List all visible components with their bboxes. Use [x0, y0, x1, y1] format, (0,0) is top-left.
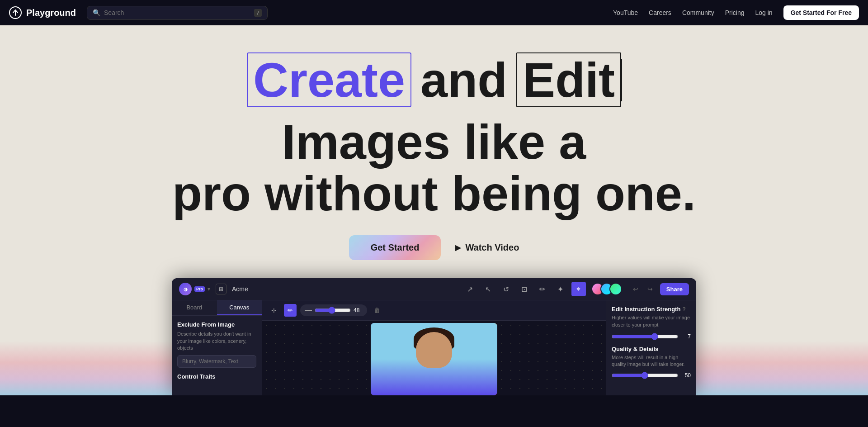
- nav-link-community[interactable]: Community: [682, 9, 714, 16]
- brush-icon-btn[interactable]: ⌖: [571, 282, 586, 296]
- canvas-image: [371, 323, 497, 395]
- collaborator-avatars: [591, 283, 622, 295]
- hero-buttons: Get Started ▶ Watch Video: [349, 235, 519, 260]
- toolbar-icons: ↗ ↖ ↺ ⊡ ✏ ✦ ⌖: [463, 282, 586, 296]
- logo-link[interactable]: Playground: [9, 6, 76, 19]
- share-button[interactable]: Share: [660, 283, 689, 295]
- panel-tabs: Board Canvas: [172, 300, 262, 316]
- nav-link-youtube[interactable]: YouTube: [613, 9, 638, 16]
- quality-slider[interactable]: [612, 372, 678, 379]
- exclude-from-image-section: Exclude From Image Describe details you …: [172, 316, 262, 373]
- strength-slider[interactable]: [612, 333, 678, 340]
- delete-icon[interactable]: 🗑: [371, 304, 383, 317]
- play-icon: ▶: [455, 243, 461, 252]
- cursor-icon-btn[interactable]: ↖: [481, 282, 495, 296]
- brush-tool-icon[interactable]: ✏: [284, 304, 297, 317]
- quality-slider-row: 50: [612, 372, 691, 379]
- app-mockup: ◑ Pro ▾ ⊞ Acme ↗ ↖ ↺ ⊡ ✏ ✦ ⌖ ↩ ↪: [172, 278, 696, 395]
- brush-size-value: 48: [354, 307, 363, 313]
- get-started-button[interactable]: Get Started: [349, 235, 441, 260]
- mockup-logo-icon: ◑: [179, 283, 192, 295]
- right-panel: Edit Instruction Strength ? Higher value…: [606, 300, 696, 395]
- pen-icon-btn[interactable]: ✏: [535, 282, 550, 296]
- quality-details-title: Quality & Details: [612, 346, 691, 352]
- search-input[interactable]: [104, 9, 250, 16]
- canvas-toolbar: ⊹ ✏ — 48 🗑: [262, 300, 606, 321]
- search-bar[interactable]: 🔍 /: [87, 6, 268, 20]
- get-started-for-free-button[interactable]: Get Started For Free: [783, 5, 859, 20]
- tab-canvas[interactable]: Canvas: [217, 300, 262, 315]
- navbar: Playground 🔍 / YouTube Careers Community…: [0, 0, 868, 25]
- control-traits-section: Control Traits: [172, 373, 262, 384]
- person-silhouette: [371, 323, 497, 395]
- info-icon: ?: [682, 306, 685, 313]
- hero-edit-word: Edit: [516, 52, 621, 107]
- mockup-toolbar: ◑ Pro ▾ ⊞ Acme ↗ ↖ ↺ ⊡ ✏ ✦ ⌖ ↩ ↪: [172, 278, 696, 300]
- hero-line-1: Create and Edit Images like a: [163, 52, 705, 168]
- nav-link-pricing[interactable]: Pricing: [725, 9, 745, 16]
- logo-icon: [9, 6, 22, 19]
- nav-link-careers[interactable]: Careers: [649, 9, 671, 16]
- watch-video-button[interactable]: ▶ Watch Video: [455, 242, 519, 253]
- hero-and-word: and: [420, 54, 507, 105]
- avatar-3: [609, 283, 622, 295]
- left-panel: Board Canvas Exclude From Image Describe…: [172, 300, 262, 395]
- strength-desc: Higher values will make your image close…: [612, 314, 691, 328]
- hero-section: Create and Edit Images like a pro withou…: [0, 25, 868, 395]
- strength-value: 7: [682, 333, 691, 340]
- quality-details-desc: More steps will result in a high quality…: [612, 354, 691, 368]
- exclude-section-desc: Describe details you don't want in your …: [177, 331, 256, 351]
- crop-icon-btn[interactable]: ⊡: [517, 282, 532, 296]
- search-icon: 🔍: [93, 9, 100, 16]
- login-link[interactable]: Log in: [755, 9, 772, 16]
- hero-headline: Create and Edit Images like a pro withou…: [163, 52, 705, 219]
- logo-text: Playground: [26, 8, 76, 18]
- strength-title-text: Edit Instruction Strength: [612, 306, 680, 313]
- watch-video-label: Watch Video: [465, 242, 519, 253]
- brush-size-control: — 48: [300, 304, 367, 316]
- pro-badge: Pro: [194, 286, 205, 292]
- search-slash-badge: /: [254, 9, 262, 17]
- tab-board[interactable]: Board: [172, 300, 217, 315]
- person-head: [416, 332, 452, 368]
- exclude-section-title: Exclude From Image: [177, 321, 256, 328]
- control-traits-title: Control Traits: [177, 373, 256, 380]
- workspace-name: Acme: [232, 285, 248, 293]
- mockup-logo-area: ◑ Pro ▾: [179, 283, 210, 295]
- nav-links: YouTube Careers Community Pricing Log in…: [613, 5, 859, 20]
- edit-instruction-strength-title: Edit Instruction Strength ?: [612, 306, 691, 313]
- canvas-area: ⊹ ✏ — 48 🗑: [262, 300, 606, 395]
- move-tool-icon[interactable]: ⊹: [268, 304, 280, 317]
- redo-icon[interactable]: ↪: [646, 284, 655, 294]
- canvas-dot-grid[interactable]: [262, 321, 606, 395]
- pages-icon[interactable]: ⊞: [216, 284, 226, 294]
- hero-create-word: Create: [247, 52, 411, 107]
- hero-images-like-a: Images like a: [282, 116, 586, 167]
- brush-size-slider[interactable]: [315, 307, 351, 314]
- quality-value: 50: [682, 372, 691, 379]
- brush-dash-icon: —: [305, 306, 312, 314]
- undo-icon[interactable]: ↩: [631, 284, 640, 294]
- exclude-input[interactable]: [177, 355, 256, 368]
- workspace-chevron-icon: ▾: [208, 286, 210, 292]
- magic-icon-btn[interactable]: ✦: [553, 282, 568, 296]
- share-icon-btn[interactable]: ↗: [463, 282, 477, 296]
- mockup-body: Board Canvas Exclude From Image Describe…: [172, 300, 696, 395]
- strength-slider-row: 7: [612, 333, 691, 340]
- refresh-icon-btn[interactable]: ↺: [499, 282, 514, 296]
- hero-line-2: pro without being one.: [163, 168, 705, 219]
